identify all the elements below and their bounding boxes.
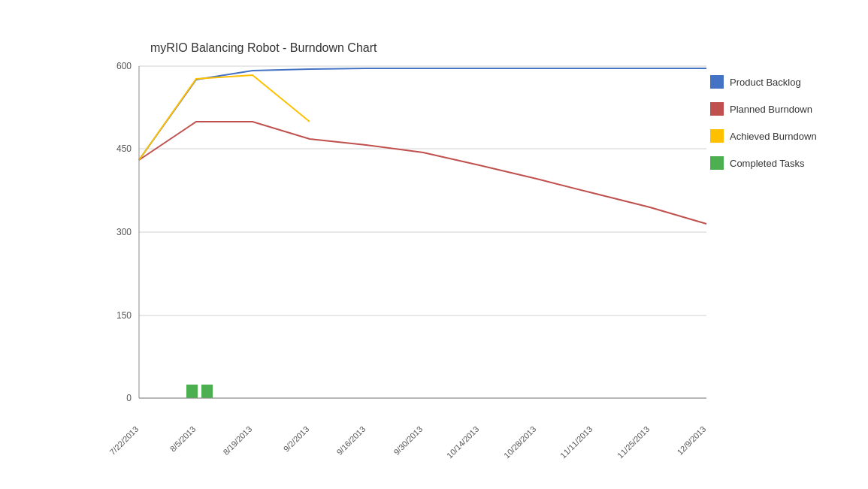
x-label-3: 9/2/2013 (282, 424, 311, 454)
x-label-2: 8/19/2013 (221, 424, 253, 457)
x-label-1: 8/5/2013 (168, 424, 198, 454)
x-label-8: 11/11/2013 (558, 424, 594, 460)
completed-task-bar-2 (201, 385, 213, 398)
x-label-10: 12/9/2013 (675, 424, 707, 457)
planned-burndown-line (139, 122, 706, 224)
x-label-4: 9/16/2013 (334, 424, 367, 457)
x-label-7: 10/28/2013 (502, 424, 537, 460)
y-label-450: 450 (116, 143, 132, 154)
y-label-150: 150 (116, 310, 132, 321)
completed-task-bar-1 (186, 385, 198, 398)
y-label-300: 300 (116, 227, 132, 237)
chart-svg: 600 450 300 150 0 7/22/2013 8/5/2013 8/1… (0, 0, 868, 489)
y-label-0: 0 (126, 393, 132, 403)
x-label-9: 11/25/2013 (615, 424, 651, 460)
x-label-0: 7/22/2013 (107, 424, 140, 457)
product-backlog-line (139, 68, 706, 160)
y-label-600: 600 (116, 61, 132, 71)
x-label-6: 10/14/2013 (445, 424, 480, 460)
achieved-burndown-line (139, 75, 310, 160)
x-label-5: 9/30/2013 (392, 424, 424, 457)
chart-container: myRIO Balancing Robot - Burndown Chart P… (0, 0, 868, 489)
